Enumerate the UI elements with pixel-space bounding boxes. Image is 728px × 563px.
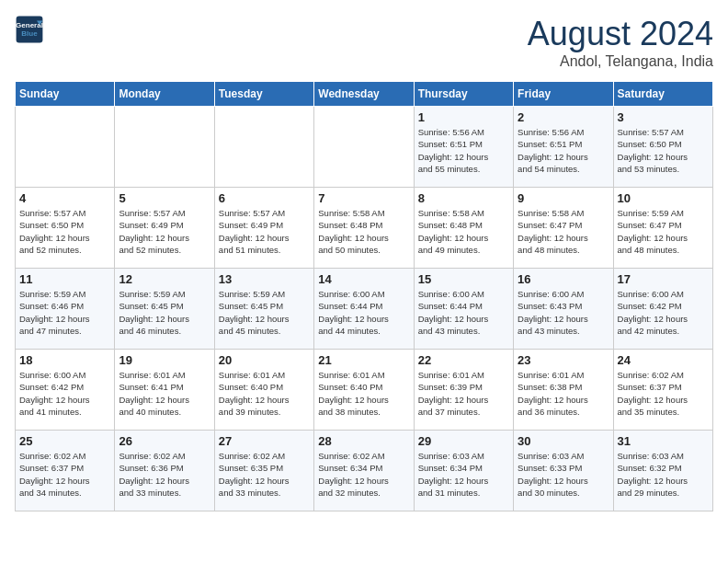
day-number: 30: [518, 434, 609, 448]
day-detail: Sunrise: 5:57 AM Sunset: 6:50 PM Dayligh…: [618, 126, 709, 175]
day-number: 15: [418, 272, 509, 286]
day-number: 4: [19, 191, 110, 205]
day-detail: Sunrise: 5:58 AM Sunset: 6:48 PM Dayligh…: [418, 207, 509, 256]
day-detail: Sunrise: 6:01 AM Sunset: 6:38 PM Dayligh…: [518, 369, 609, 418]
day-number: 21: [318, 353, 409, 367]
day-number: 20: [219, 353, 310, 367]
week-row-5: 25Sunrise: 6:02 AM Sunset: 6:37 PM Dayli…: [16, 431, 713, 511]
week-row-2: 4Sunrise: 5:57 AM Sunset: 6:50 PM Daylig…: [16, 188, 713, 269]
subtitle: Andol, Telangana, India: [528, 53, 713, 70]
day-detail: Sunrise: 6:00 AM Sunset: 6:43 PM Dayligh…: [518, 288, 609, 337]
day-detail: Sunrise: 6:03 AM Sunset: 6:34 PM Dayligh…: [418, 450, 509, 499]
day-number: 2: [518, 110, 609, 124]
col-header-thursday: Thursday: [414, 82, 513, 107]
day-detail: Sunrise: 6:01 AM Sunset: 6:40 PM Dayligh…: [318, 369, 409, 418]
calendar-cell: 18Sunrise: 6:00 AM Sunset: 6:42 PM Dayli…: [16, 350, 115, 431]
col-header-friday: Friday: [514, 82, 613, 107]
day-detail: Sunrise: 5:57 AM Sunset: 6:49 PM Dayligh…: [219, 207, 310, 256]
calendar-cell: 16Sunrise: 6:00 AM Sunset: 6:43 PM Dayli…: [514, 269, 613, 350]
calendar-cell: [16, 107, 115, 188]
day-detail: Sunrise: 5:58 AM Sunset: 6:47 PM Dayligh…: [518, 207, 609, 256]
day-detail: Sunrise: 6:01 AM Sunset: 6:40 PM Dayligh…: [219, 369, 310, 418]
calendar-cell: 17Sunrise: 6:00 AM Sunset: 6:42 PM Dayli…: [613, 269, 712, 350]
calendar-cell: 10Sunrise: 5:59 AM Sunset: 6:47 PM Dayli…: [613, 188, 712, 269]
day-detail: Sunrise: 5:59 AM Sunset: 6:45 PM Dayligh…: [219, 288, 310, 337]
day-detail: Sunrise: 6:00 AM Sunset: 6:44 PM Dayligh…: [418, 288, 509, 337]
calendar-cell: 14Sunrise: 6:00 AM Sunset: 6:44 PM Dayli…: [314, 269, 414, 350]
calendar-cell: 19Sunrise: 6:01 AM Sunset: 6:41 PM Dayli…: [115, 350, 214, 431]
logo-icon: General Blue: [15, 15, 44, 44]
col-header-sunday: Sunday: [16, 82, 115, 107]
day-detail: Sunrise: 6:00 AM Sunset: 6:42 PM Dayligh…: [19, 369, 110, 418]
calendar-cell: 11Sunrise: 5:59 AM Sunset: 6:46 PM Dayli…: [16, 269, 115, 350]
calendar-cell: 5Sunrise: 5:57 AM Sunset: 6:49 PM Daylig…: [115, 188, 214, 269]
day-detail: Sunrise: 6:00 AM Sunset: 6:44 PM Dayligh…: [318, 288, 409, 337]
day-detail: Sunrise: 6:01 AM Sunset: 6:41 PM Dayligh…: [119, 369, 210, 418]
svg-text:Blue: Blue: [21, 29, 38, 38]
calendar-cell: 12Sunrise: 5:59 AM Sunset: 6:45 PM Dayli…: [115, 269, 214, 350]
week-row-1: 1Sunrise: 5:56 AM Sunset: 6:51 PM Daylig…: [16, 107, 713, 188]
day-detail: Sunrise: 6:02 AM Sunset: 6:35 PM Dayligh…: [219, 450, 310, 499]
day-number: 17: [618, 272, 709, 286]
page-header: General Blue August 2024 Andol, Telangan…: [15, 15, 713, 70]
day-number: 12: [119, 272, 210, 286]
calendar-cell: 30Sunrise: 6:03 AM Sunset: 6:33 PM Dayli…: [514, 431, 613, 511]
day-detail: Sunrise: 5:56 AM Sunset: 6:51 PM Dayligh…: [418, 126, 509, 175]
day-number: 26: [119, 434, 210, 448]
day-detail: Sunrise: 5:57 AM Sunset: 6:49 PM Dayligh…: [119, 207, 210, 256]
day-detail: Sunrise: 5:58 AM Sunset: 6:48 PM Dayligh…: [318, 207, 409, 256]
calendar-cell: 26Sunrise: 6:02 AM Sunset: 6:36 PM Dayli…: [115, 431, 214, 511]
calendar-cell: 6Sunrise: 5:57 AM Sunset: 6:49 PM Daylig…: [214, 188, 313, 269]
col-header-monday: Monday: [115, 82, 214, 107]
calendar-cell: 3Sunrise: 5:57 AM Sunset: 6:50 PM Daylig…: [613, 107, 712, 188]
calendar-cell: 21Sunrise: 6:01 AM Sunset: 6:40 PM Dayli…: [314, 350, 414, 431]
calendar-cell: [314, 107, 414, 188]
calendar-cell: 23Sunrise: 6:01 AM Sunset: 6:38 PM Dayli…: [514, 350, 613, 431]
day-detail: Sunrise: 6:03 AM Sunset: 6:32 PM Dayligh…: [618, 450, 709, 499]
calendar-cell: 15Sunrise: 6:00 AM Sunset: 6:44 PM Dayli…: [414, 269, 513, 350]
day-number: 8: [418, 191, 509, 205]
day-detail: Sunrise: 6:02 AM Sunset: 6:37 PM Dayligh…: [618, 369, 709, 418]
calendar-cell: 20Sunrise: 6:01 AM Sunset: 6:40 PM Dayli…: [214, 350, 313, 431]
day-number: 11: [19, 272, 110, 286]
day-number: 27: [219, 434, 310, 448]
day-number: 1: [418, 110, 509, 124]
calendar-cell: [214, 107, 313, 188]
calendar-cell: 25Sunrise: 6:02 AM Sunset: 6:37 PM Dayli…: [16, 431, 115, 511]
day-detail: Sunrise: 5:56 AM Sunset: 6:51 PM Dayligh…: [518, 126, 609, 175]
calendar-cell: 22Sunrise: 6:01 AM Sunset: 6:39 PM Dayli…: [414, 350, 513, 431]
day-number: 24: [618, 353, 709, 367]
day-detail: Sunrise: 6:02 AM Sunset: 6:37 PM Dayligh…: [19, 450, 110, 499]
day-number: 6: [219, 191, 310, 205]
col-header-wednesday: Wednesday: [314, 82, 414, 107]
day-number: 22: [418, 353, 509, 367]
calendar-cell: 4Sunrise: 5:57 AM Sunset: 6:50 PM Daylig…: [16, 188, 115, 269]
day-detail: Sunrise: 5:59 AM Sunset: 6:47 PM Dayligh…: [618, 207, 709, 256]
day-detail: Sunrise: 6:00 AM Sunset: 6:42 PM Dayligh…: [618, 288, 709, 337]
day-detail: Sunrise: 6:01 AM Sunset: 6:39 PM Dayligh…: [418, 369, 509, 418]
col-header-tuesday: Tuesday: [214, 82, 313, 107]
calendar-cell: 31Sunrise: 6:03 AM Sunset: 6:32 PM Dayli…: [613, 431, 712, 511]
day-number: 7: [318, 191, 409, 205]
day-number: 10: [618, 191, 709, 205]
day-number: 9: [518, 191, 609, 205]
calendar-cell: 2Sunrise: 5:56 AM Sunset: 6:51 PM Daylig…: [514, 107, 613, 188]
day-detail: Sunrise: 6:02 AM Sunset: 6:36 PM Dayligh…: [119, 450, 210, 499]
day-detail: Sunrise: 5:59 AM Sunset: 6:46 PM Dayligh…: [19, 288, 110, 337]
day-number: 3: [618, 110, 709, 124]
col-header-saturday: Saturday: [613, 82, 712, 107]
calendar-cell: 7Sunrise: 5:58 AM Sunset: 6:48 PM Daylig…: [314, 188, 414, 269]
day-number: 31: [618, 434, 709, 448]
title-block: August 2024 Andol, Telangana, India: [528, 15, 713, 70]
calendar-cell: 9Sunrise: 5:58 AM Sunset: 6:47 PM Daylig…: [514, 188, 613, 269]
calendar-cell: 8Sunrise: 5:58 AM Sunset: 6:48 PM Daylig…: [414, 188, 513, 269]
day-number: 29: [418, 434, 509, 448]
calendar-cell: 1Sunrise: 5:56 AM Sunset: 6:51 PM Daylig…: [414, 107, 513, 188]
day-number: 18: [19, 353, 110, 367]
calendar-cell: 29Sunrise: 6:03 AM Sunset: 6:34 PM Dayli…: [414, 431, 513, 511]
month-title: August 2024: [528, 15, 713, 53]
calendar-cell: [115, 107, 214, 188]
day-number: 13: [219, 272, 310, 286]
day-detail: Sunrise: 6:03 AM Sunset: 6:33 PM Dayligh…: [518, 450, 609, 499]
calendar-cell: 28Sunrise: 6:02 AM Sunset: 6:34 PM Dayli…: [314, 431, 414, 511]
